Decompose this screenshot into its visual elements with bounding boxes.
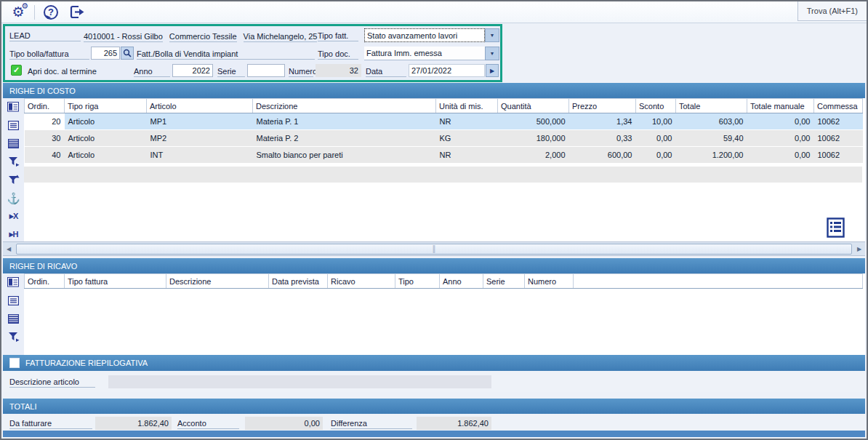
ricavo-table-area: Ordin. Tipo fattura Descrizione Data pre… <box>24 273 865 355</box>
lookup-search-icon[interactable] <box>121 47 134 60</box>
acconto-value: 0,00 <box>245 417 323 430</box>
tipo-bolla-code-input[interactable]: 265 <box>91 47 120 60</box>
card-view-icon[interactable] <box>7 276 20 288</box>
data-label: Data <box>366 65 406 77</box>
chevron-down-icon[interactable]: ▼ <box>485 28 499 42</box>
col-quantita[interactable]: Quantità <box>498 99 569 113</box>
tipo-bolla-label: Tipo bolla/fattura <box>9 47 89 60</box>
col-totale[interactable]: Totale <box>676 99 747 113</box>
serie-input[interactable] <box>247 64 285 77</box>
scroll-right-icon[interactable]: ▶ <box>853 242 865 255</box>
cost-section-header: RIGHE DI COSTO <box>3 83 865 98</box>
cost-table-row[interactable]: 40 Articolo INT Smalto bianco per pareti… <box>25 147 863 164</box>
row-view-icon[interactable] <box>7 295 20 306</box>
card-view-icon[interactable] <box>7 101 20 113</box>
delete-line-x-icon[interactable]: ▶X <box>7 210 20 222</box>
cost-table: Ordin. Tipo riga Articolo Descrizione Un… <box>24 98 863 164</box>
col-tipo-fattura[interactable]: Tipo fattura <box>65 274 166 289</box>
date-picker-arrow-icon[interactable]: ▶ <box>486 64 499 77</box>
col-anno[interactable]: Anno <box>440 274 483 289</box>
ricavo-tools-strip <box>3 273 25 355</box>
descrizione-articolo-label: Descrizione articolo <box>9 375 95 388</box>
toolbar-separator <box>34 5 35 20</box>
cost-table-row[interactable]: 20 Articolo MP1 Materia P. 1 NR 500,000 … <box>25 113 863 130</box>
col-sconto[interactable]: Sconto <box>636 99 676 113</box>
ricavo-section-title: RIGHE DI RICAVO <box>9 262 77 271</box>
chevron-down-icon[interactable]: ▼ <box>485 47 499 60</box>
tipo-doc-label: Tipo doc. <box>318 47 358 60</box>
col-descrizione[interactable]: Descrizione <box>166 274 269 289</box>
totali-title: TOTALI <box>9 402 37 411</box>
ricavo-table: Ordin. Tipo fattura Descrizione Data pre… <box>24 273 863 289</box>
app-window: ⚙ ⚙ ? Trova (Alt+F1) LEAD 4010001 - Ross… <box>0 0 868 440</box>
acconto-label: Acconto <box>177 417 239 429</box>
col-articolo[interactable]: Articolo <box>147 99 253 113</box>
col-descrizione[interactable]: Descrizione <box>253 99 436 113</box>
cost-section-title: RIGHE DI COSTO <box>9 87 76 95</box>
totali-section-header: TOTALI <box>3 399 865 414</box>
col-ricavo[interactable]: Ricavo <box>328 274 395 289</box>
numero-label: Numero <box>289 65 313 77</box>
descrizione-articolo-field[interactable] <box>108 375 491 388</box>
totali-row: Da fatturare 1.862,40 Acconto 0,00 Diffe… <box>3 414 865 432</box>
help-icon[interactable]: ? <box>40 3 62 22</box>
row-view-icon[interactable] <box>7 119 20 131</box>
apri-doc-label: Apri doc. al termine <box>28 65 97 78</box>
tipo-fatt-combobox[interactable]: Stato avanzamento lavori ▼ <box>364 28 499 42</box>
riepilogativa-title: FATTURAZIONE RIEPILOGATIVA <box>25 359 148 367</box>
lead-activity[interactable]: Commercio Tessile <box>169 30 237 42</box>
differenza-label: Differenza <box>331 417 412 429</box>
col-tipo-riga[interactable]: Tipo riga <box>65 99 147 113</box>
anchor-icon[interactable]: ⚓ <box>7 192 20 204</box>
tipo-fatt-label: Tipo fatt. <box>318 29 358 41</box>
ricavo-section-header: RIGHE DI RICAVO <box>3 258 865 273</box>
col-numero[interactable]: Numero <box>525 274 574 289</box>
col-ordin[interactable]: Ordin. <box>25 274 65 289</box>
filter-clear-icon[interactable] <box>7 174 20 185</box>
col-data-prevista[interactable]: Data prevista <box>269 274 328 289</box>
numero-value: 32 <box>316 64 361 77</box>
col-commessa[interactable]: Commessa <box>814 99 863 113</box>
anno-label: Anno <box>134 65 170 77</box>
row-height-h-icon[interactable]: ▶H <box>7 228 20 240</box>
cost-tools-strip: ⚓ ▶X ▶H <box>3 98 25 241</box>
da-fatturare-value: 1.862,40 <box>95 417 172 430</box>
lead-code-name[interactable]: 4010001 - Rossi Gilbo <box>84 30 163 42</box>
settings-gears-icon[interactable]: ⚙ ⚙ <box>7 3 29 22</box>
col-filler <box>574 274 863 289</box>
da-fatturare-label: Da fatturare <box>9 417 92 429</box>
anno-input[interactable]: 2022 <box>172 64 213 77</box>
filter-icon[interactable] <box>7 156 20 167</box>
col-prezzo[interactable]: Prezzo <box>569 99 636 113</box>
col-ordin[interactable]: Ordin. <box>25 99 65 113</box>
lead-label: LEAD <box>9 29 81 41</box>
col-serie[interactable]: Serie <box>483 274 525 289</box>
scrollbar-thumb[interactable]: ║ <box>16 244 852 255</box>
exit-icon[interactable] <box>66 3 88 22</box>
main-toolbar: ⚙ ⚙ ? Trova (Alt+F1) <box>1 1 867 23</box>
data-input[interactable]: 27/01/2022 <box>409 64 485 77</box>
col-totale-manuale[interactable]: Totale manuale <box>747 99 814 113</box>
find-shortcut-label[interactable]: Trova (Alt+F1) <box>797 1 867 21</box>
apri-doc-checkbox[interactable]: ✓ <box>11 65 22 76</box>
window-bottom-bar <box>3 431 865 437</box>
horizontal-scrollbar[interactable]: ◀ ║ ▶ <box>3 241 865 256</box>
tipo-bolla-descrizione[interactable]: Fatt./Bolla di Vendita impiant <box>137 47 315 60</box>
riepilogativa-section-header: FATTURAZIONE RIEPILOGATIVA <box>3 355 865 371</box>
grid-view-icon[interactable] <box>7 137 20 149</box>
grid-view-icon[interactable] <box>7 313 20 324</box>
serie-label: Serie <box>217 65 245 77</box>
descrizione-articolo-row: Descrizione articolo <box>3 371 865 392</box>
differenza-value: 1.862,40 <box>417 417 491 430</box>
summary-list-icon[interactable] <box>827 217 845 239</box>
cost-table-empty-row[interactable] <box>24 167 862 183</box>
filter-icon[interactable] <box>7 331 20 343</box>
col-unita[interactable]: Unità di mis. <box>436 99 498 113</box>
scroll-left-icon[interactable]: ◀ <box>3 242 15 255</box>
col-tipo[interactable]: Tipo <box>395 274 440 289</box>
tipo-doc-combobox[interactable]: Fattura Imm. emessa ▼ <box>364 47 499 60</box>
cost-table-row[interactable]: 30 Articolo MP2 Materia P. 2 KG 180,000 … <box>25 130 863 147</box>
riepilogativa-checkbox[interactable] <box>9 358 20 368</box>
document-header-form: LEAD 4010001 - Rossi Gilbo Commercio Tes… <box>3 24 502 82</box>
lead-address[interactable]: Via Michelangelo, 25 <box>244 30 318 42</box>
